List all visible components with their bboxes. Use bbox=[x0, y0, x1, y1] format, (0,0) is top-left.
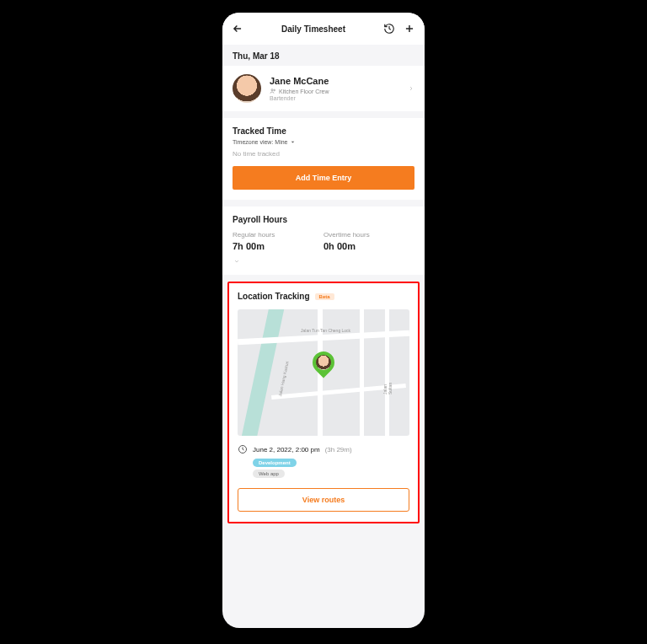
people-icon bbox=[270, 88, 276, 94]
plus-icon bbox=[404, 23, 415, 35]
svg-point-0 bbox=[271, 89, 273, 91]
person-card[interactable]: Jane McCane Kitchen Floor Crew Bartender bbox=[222, 66, 425, 111]
pin-avatar bbox=[316, 355, 331, 370]
chevron-right-icon bbox=[408, 84, 414, 93]
no-time-text: No time tracked bbox=[233, 150, 414, 158]
street-label: Jalan Tun Tan Cheng Lock bbox=[301, 328, 350, 333]
arrow-left-icon bbox=[232, 23, 243, 35]
history-button[interactable] bbox=[382, 22, 396, 35]
tracked-time-section: Tracked Time Timezone view: Mine No time… bbox=[222, 118, 425, 200]
view-routes-button[interactable]: View routes bbox=[238, 488, 409, 512]
person-role: Bartender bbox=[270, 95, 399, 101]
app-header: Daily Timesheet bbox=[222, 13, 425, 45]
map-view[interactable]: Jalan Tun Tan Cheng Lock Jalan Hang Kast… bbox=[238, 309, 409, 436]
tracked-time-title: Tracked Time bbox=[233, 126, 414, 136]
chevron-down-icon bbox=[233, 258, 241, 265]
location-pin[interactable] bbox=[313, 352, 334, 373]
tag-webapp: Web app bbox=[253, 470, 285, 478]
clock-icon bbox=[238, 444, 248, 454]
person-name: Jane McCane bbox=[270, 76, 399, 86]
beta-badge: Beta bbox=[315, 293, 334, 300]
location-title: Location Tracking bbox=[238, 292, 310, 301]
add-time-entry-button[interactable]: Add Time Entry bbox=[233, 166, 414, 190]
street-label: Jalan Hang Kasturi bbox=[277, 361, 290, 397]
date-label: Thu, Mar 18 bbox=[222, 45, 425, 66]
payroll-title: Payroll Hours bbox=[233, 215, 414, 224]
timezone-label: Timezone view: Mine bbox=[233, 139, 288, 145]
phone-frame: Daily Timesheet Thu, Mar 18 Jane McCane … bbox=[222, 13, 425, 628]
overtime-hours-value: 0h 00m bbox=[324, 241, 414, 251]
back-button[interactable] bbox=[231, 22, 244, 35]
caret-down-icon bbox=[290, 139, 296, 145]
svg-point-1 bbox=[274, 89, 275, 91]
avatar bbox=[233, 74, 261, 103]
expand-payroll-button[interactable] bbox=[233, 258, 414, 265]
location-duration: (3h 29m) bbox=[325, 446, 352, 453]
regular-hours-label: Regular hours bbox=[233, 231, 324, 239]
history-icon bbox=[383, 23, 395, 35]
map-river bbox=[238, 309, 287, 436]
location-tracking-section: Location Tracking Beta Jalan Tun Tan Che… bbox=[227, 282, 420, 523]
add-button[interactable] bbox=[403, 22, 416, 35]
tag-development: Development bbox=[253, 459, 297, 467]
location-timestamp: June 2, 2022, 2:00 pm bbox=[253, 446, 320, 453]
page-title: Daily Timesheet bbox=[281, 24, 345, 34]
street-label: Jalan Sultan bbox=[382, 373, 393, 394]
timezone-selector[interactable]: Timezone view: Mine bbox=[233, 139, 414, 145]
payroll-section: Payroll Hours Regular hours 7h 00m Overt… bbox=[222, 207, 425, 275]
map-road bbox=[360, 309, 364, 436]
person-group: Kitchen Floor Crew bbox=[279, 89, 329, 94]
overtime-hours-label: Overtime hours bbox=[324, 231, 414, 239]
regular-hours-value: 7h 00m bbox=[233, 241, 324, 251]
